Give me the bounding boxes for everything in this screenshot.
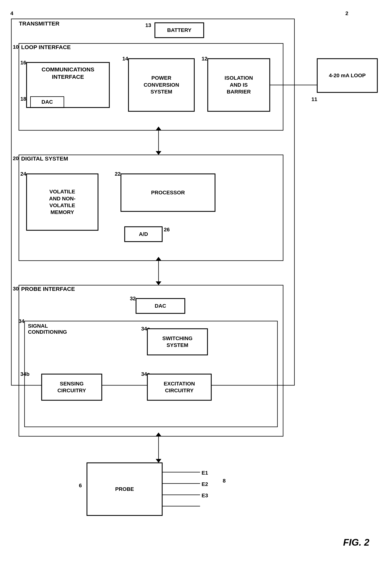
ref-4: 4 [10, 10, 13, 16]
isolation-label: ISOLATIONAND ISBARRIER [225, 75, 253, 95]
processor-box: PROCESSOR [121, 174, 215, 212]
dac2-label: DAC [155, 303, 166, 309]
ref-20: 20 [13, 155, 19, 162]
loop-label: 4-20 mA LOOP [329, 72, 366, 79]
ref-16: 16 [20, 60, 26, 66]
ad-box: A/D [124, 227, 162, 242]
processor-label: PROCESSOR [151, 189, 185, 196]
ref-34: 34 [18, 318, 24, 324]
ref-14: 14 [122, 56, 128, 62]
ref-22: 22 [115, 171, 121, 177]
probe-interface-label: PROBE INTERFACE [21, 286, 75, 292]
ref-13: 13 [145, 22, 151, 28]
excitation-circuitry-label: EXCITATIONCIRCUITRY [164, 380, 195, 394]
probe-box: PROBE [87, 463, 162, 516]
battery-box: BATTERY [155, 23, 204, 38]
diagram-container: 2 4 TRANSMITTER 13 BATTERY 10 LOOP INTER… [0, 0, 392, 563]
volatile-memory-label: VOLATILEAND NON-VOLATILEMEMORY [49, 188, 75, 216]
svg-marker-13 [156, 127, 161, 130]
ref-24: 24 [20, 171, 26, 177]
svg-marker-12 [156, 151, 161, 155]
transmitter-label: TRANSMITTER [19, 20, 60, 27]
svg-marker-28 [156, 459, 161, 463]
svg-marker-19 [156, 282, 161, 285]
loop-interface-label: LOOP INTERFACE [21, 44, 71, 51]
ref-8: 8 [223, 478, 226, 484]
probe-label: PROBE [115, 486, 134, 493]
e1-label: E1 [202, 470, 208, 476]
power-conversion-label: POWERCONVERSIONSYSTEM [144, 75, 179, 95]
dac2-box: DAC [136, 298, 185, 314]
switching-system-label: SWITCHINGSYSTEM [162, 335, 193, 349]
ref-11: 11 [311, 96, 317, 102]
switching-system-box: SWITCHINGSYSTEM [147, 329, 208, 355]
loop-box: 4-20 mA LOOP [317, 59, 378, 92]
isolation-box: ISOLATIONAND ISBARRIER [208, 59, 270, 111]
ref-18: 18 [20, 96, 26, 102]
svg-marker-20 [156, 257, 161, 261]
dac-box: DAC [30, 96, 64, 108]
ref-10: 10 [13, 44, 19, 50]
ref-32: 32 [130, 295, 136, 302]
volatile-memory-box: VOLATILEAND NON-VOLATILEMEMORY [26, 174, 98, 230]
signal-conditioning-label: SIGNALCONDITIONING [28, 323, 67, 335]
power-conversion-box: POWERCONVERSIONSYSTEM [128, 59, 194, 111]
digital-system-label: DIGITAL SYSTEM [21, 155, 68, 162]
ref-30: 30 [13, 286, 19, 292]
dac-label: DAC [41, 99, 53, 105]
sensing-circuitry-label: SENSINGCIRCUITRY [57, 380, 86, 394]
excitation-circuitry-box: EXCITATIONCIRCUITRY [147, 374, 211, 400]
ad-label: A/D [139, 231, 148, 238]
ref-2: 2 [345, 10, 348, 16]
e2-label: E2 [202, 481, 208, 487]
svg-marker-29 [156, 433, 161, 436]
sensing-circuitry-box: SENSINGCIRCUITRY [41, 374, 102, 400]
ref-26: 26 [164, 227, 170, 233]
ref-6: 6 [79, 483, 82, 489]
ref-12: 12 [202, 56, 208, 62]
ref-34b: 34b [20, 371, 29, 377]
communications-interface-label: COMMUNICATIONSINTERFACE [41, 66, 94, 80]
e3-label: E3 [202, 493, 208, 499]
battery-label: BATTERY [167, 27, 191, 34]
fig-label: FIG. 2 [343, 537, 369, 548]
